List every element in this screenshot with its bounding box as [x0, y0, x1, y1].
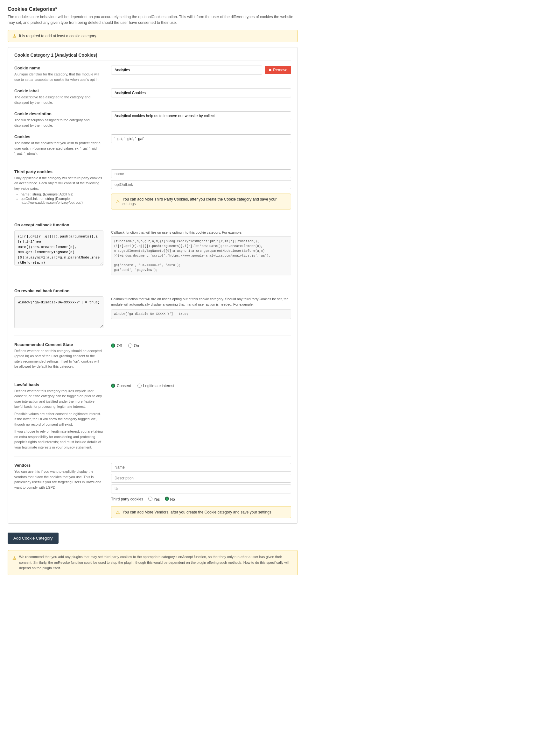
on-accept-left: (i[r].q=i[r].q||[]).push(arguments)},i[r… — [14, 230, 103, 266]
third-party-optout-input[interactable] — [111, 180, 291, 189]
third-party-alert-text: You can add More Third Party Cookies, af… — [123, 197, 286, 206]
lawful-basis-label: Lawful basis — [14, 382, 103, 387]
page-description: The module's core behaviour will be depe… — [8, 14, 298, 25]
vendors-third-party-row: Third party cookies Yes No — [111, 497, 291, 502]
vendors-third-party-label: Third party cookies — [111, 497, 143, 501]
consent-state-off-label[interactable]: Off — [111, 343, 122, 348]
vendors-description-input[interactable] — [111, 474, 291, 483]
remove-icon: ✖ — [269, 68, 272, 72]
page-title: Cookies Categories* — [8, 6, 298, 12]
vendors-left: Vendors You can use this if you want to … — [14, 463, 103, 490]
consent-state-on-label[interactable]: On — [128, 343, 139, 348]
consent-state-on-radio[interactable] — [128, 343, 132, 347]
footer-alert-icon: ⚠ — [12, 555, 17, 562]
cookie-name-input[interactable] — [111, 66, 262, 74]
divider-3 — [14, 282, 291, 282]
consent-state-label: Recommended Consent State — [14, 342, 103, 347]
consent-state-left: Recommended Consent State Defines whethe… — [14, 342, 103, 369]
on-revoke-right-text: Callback function that will fire on user… — [111, 296, 291, 307]
cookie-description-right — [111, 111, 291, 120]
on-accept-textarea[interactable]: (i[r].q=i[r].q||[]).push(arguments)},i[r… — [14, 230, 103, 265]
cookie-description-group: Cookie description The full description … — [14, 111, 291, 128]
consent-state-radio-group: Off On — [111, 343, 291, 348]
warning-icon: ⚠ — [12, 33, 17, 39]
lawful-basis-help2: Possible values are either consent or le… — [14, 411, 103, 427]
vendors-url-input[interactable] — [111, 485, 291, 494]
on-accept-heading: On accept callback function — [14, 222, 291, 227]
divider-6 — [14, 456, 291, 457]
vendors-alert: ⚠ You can add More Vendors, after you cr… — [111, 506, 291, 518]
remove-button[interactable]: ✖ Remove — [265, 66, 291, 74]
on-revoke-right: Callback function that will fire on user… — [111, 296, 291, 319]
vendors-yes-label[interactable]: Yes — [148, 497, 160, 502]
lawful-basis-legitimate-text: Legitimate interest — [143, 384, 174, 388]
footer-alert-text: We recommend that you add any plugins th… — [19, 554, 293, 571]
consent-state-on-text: On — [134, 343, 139, 348]
vendors-no-text: No — [170, 497, 175, 502]
consent-state-right: Off On — [111, 342, 291, 348]
divider-4 — [14, 335, 291, 336]
third-party-label: Third party cookies — [14, 169, 103, 174]
vendors-no-radio[interactable] — [165, 497, 169, 501]
vendors-yes-radio[interactable] — [148, 497, 152, 501]
cookie-label-left: Cookie label The descriptive title assig… — [14, 88, 103, 105]
vendors-help: You can use this if you want to explicit… — [14, 469, 103, 490]
cookie-label-right — [111, 88, 291, 97]
cookie-description-label: Cookie description — [14, 111, 103, 116]
divider-1 — [14, 163, 291, 163]
cookie-name-label: Cookie name — [14, 66, 103, 70]
cookie-name-help: A unique identifier for the category, th… — [14, 72, 103, 82]
lawful-basis-legitimate-radio[interactable] — [137, 384, 142, 388]
cookie-description-left: Cookie description The full description … — [14, 111, 103, 128]
cookie-label-label: Cookie label — [14, 88, 103, 93]
vendors-alert-icon: ⚠ — [116, 510, 120, 515]
cookie-label-help: The descriptive title assigned to the ca… — [14, 95, 103, 105]
third-party-name-input[interactable] — [111, 169, 291, 178]
cookie-label-group: Cookie label The descriptive title assig… — [14, 88, 291, 105]
cookies-right — [111, 134, 291, 143]
on-accept-right-text: Callback function that will fire on user… — [111, 230, 291, 234]
on-accept-layout: (i[r].q=i[r].q||[]).push(arguments)},i[r… — [14, 230, 291, 275]
lawful-basis-group: Lawful basis Defines whether this catego… — [14, 382, 291, 450]
lawful-basis-help1: Defines whether this category requires e… — [14, 389, 103, 410]
vendors-yes-text: Yes — [154, 497, 160, 502]
on-revoke-left: window['ga-disable-UA-XXXXX-Y'] = true; — [14, 296, 103, 329]
consent-state-help: Defines whether or not this category sho… — [14, 348, 103, 369]
cookies-label: Cookies — [14, 134, 103, 139]
third-party-left: Third party cookies Only applicable if t… — [14, 169, 103, 205]
cookies-input[interactable] — [111, 134, 291, 143]
lawful-basis-radio-group: Consent Legitimate interest — [111, 384, 291, 388]
cookies-left: Cookies The name of the cookies that you… — [14, 134, 103, 156]
cookie-name-input-group: ✖ Remove — [111, 66, 291, 74]
consent-state-off-radio[interactable] — [111, 343, 115, 347]
third-party-alert-icon: ⚠ — [116, 199, 120, 204]
vendors-alert-text: You can add More Vendors, after you crea… — [123, 510, 271, 515]
category-title: Cookie Category 1 (Analytical Cookies) — [14, 53, 291, 60]
third-party-help: Only applicable if the category will set… — [14, 175, 103, 191]
add-category-button[interactable]: Add Cookie Category — [8, 533, 59, 544]
lawful-basis-right: Consent Legitimate interest — [111, 382, 291, 388]
lawful-basis-legitimate-label[interactable]: Legitimate interest — [137, 384, 174, 388]
vendors-name-input[interactable] — [111, 463, 291, 472]
on-revoke-textarea[interactable]: window['ga-disable-UA-XXXXX-Y'] = true; — [14, 296, 103, 328]
divider-5 — [14, 376, 291, 376]
cookie-description-input[interactable] — [111, 111, 291, 120]
lawful-basis-consent-label[interactable]: Consent — [111, 384, 131, 388]
cookie-label-input[interactable] — [111, 88, 291, 97]
lawful-basis-consent-radio[interactable] — [111, 384, 115, 388]
lawful-basis-help3: If you choose to rely on legitimate inte… — [14, 429, 103, 450]
on-revoke-layout: window['ga-disable-UA-XXXXX-Y'] = true; … — [14, 296, 291, 329]
consent-state-group: Recommended Consent State Defines whethe… — [14, 342, 291, 369]
vendors-group: Vendors You can use this if you want to … — [14, 463, 291, 518]
cookies-group: Cookies The name of the cookies that you… — [14, 134, 291, 156]
cookie-name-right: ✖ Remove — [111, 66, 291, 74]
on-accept-right: Callback function that will fire on user… — [111, 230, 291, 275]
third-party-group: Third party cookies Only applicable if t… — [14, 169, 291, 209]
vendors-no-label[interactable]: No — [165, 497, 175, 502]
third-party-alert: ⚠ You can add More Third Party Cookies, … — [111, 193, 291, 209]
cookie-name-group: Cookie name A unique identifier for the … — [14, 66, 291, 82]
divider-2 — [14, 216, 291, 216]
cookies-help: The name of the cookies that you wish to… — [14, 140, 103, 156]
warning-alert-text: It is required to add at least a cookie … — [19, 34, 97, 38]
on-revoke-heading: On revoke callback function — [14, 288, 291, 293]
